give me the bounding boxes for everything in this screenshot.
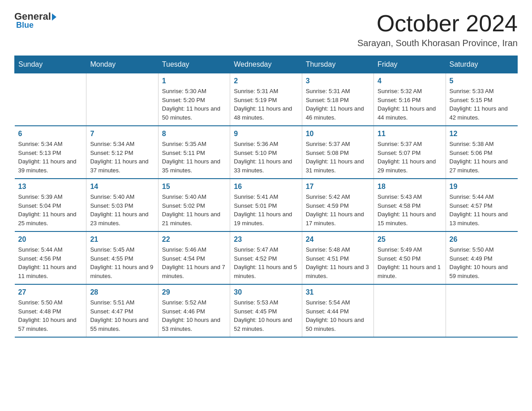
day-info: Sunrise: 5:33 AM Sunset: 5:15 PM Dayligh… [450, 87, 514, 122]
day-number: 7 [90, 130, 154, 138]
calendar-cell: 10 Sunrise: 5:37 AM Sunset: 5:08 PM Dayl… [302, 126, 373, 179]
day-number: 20 [18, 235, 83, 244]
calendar-cell [446, 284, 517, 337]
day-number: 6 [18, 130, 83, 138]
page-title: October 2024 [357, 11, 518, 36]
calendar-table: SundayMondayTuesdayWednesdayThursdayFrid… [14, 56, 518, 338]
day-info: Sunrise: 5:40 AM Sunset: 5:03 PM Dayligh… [90, 193, 154, 227]
day-info: Sunrise: 5:51 AM Sunset: 4:47 PM Dayligh… [90, 298, 154, 333]
calendar-cell: 2 Sunrise: 5:31 AM Sunset: 5:19 PM Dayli… [230, 73, 302, 126]
day-number: 3 [306, 77, 370, 85]
day-number: 1 [162, 77, 226, 85]
day-number: 17 [306, 183, 370, 191]
calendar-cell: 19 Sunrise: 5:44 AM Sunset: 4:57 PM Dayl… [446, 179, 517, 231]
calendar-cell: 8 Sunrise: 5:35 AM Sunset: 5:11 PM Dayli… [158, 126, 230, 179]
day-number: 31 [306, 288, 370, 296]
day-info: Sunrise: 5:52 AM Sunset: 4:46 PM Dayligh… [162, 298, 226, 333]
calendar-cell [374, 284, 446, 337]
day-info: Sunrise: 5:50 AM Sunset: 4:49 PM Dayligh… [450, 245, 514, 280]
weekday-header-saturday: Saturday [446, 56, 517, 73]
day-number: 30 [234, 288, 298, 296]
logo: General Blue [14, 11, 56, 30]
calendar-cell: 1 Sunrise: 5:30 AM Sunset: 5:20 PM Dayli… [158, 73, 230, 126]
calendar-cell: 23 Sunrise: 5:47 AM Sunset: 4:52 PM Dayl… [230, 231, 302, 284]
calendar-cell: 5 Sunrise: 5:33 AM Sunset: 5:15 PM Dayli… [446, 73, 517, 126]
day-info: Sunrise: 5:42 AM Sunset: 4:59 PM Dayligh… [306, 193, 370, 227]
calendar-cell: 26 Sunrise: 5:50 AM Sunset: 4:49 PM Dayl… [446, 231, 517, 284]
day-info: Sunrise: 5:37 AM Sunset: 5:07 PM Dayligh… [378, 140, 442, 175]
calendar-cell: 25 Sunrise: 5:49 AM Sunset: 4:50 PM Dayl… [374, 231, 446, 284]
day-number: 5 [450, 77, 514, 85]
calendar-week-row: 6 Sunrise: 5:34 AM Sunset: 5:13 PM Dayli… [15, 126, 518, 179]
calendar-week-row: 20 Sunrise: 5:44 AM Sunset: 4:56 PM Dayl… [15, 231, 518, 284]
calendar-cell: 12 Sunrise: 5:38 AM Sunset: 5:06 PM Dayl… [446, 126, 517, 179]
day-info: Sunrise: 5:37 AM Sunset: 5:08 PM Dayligh… [306, 140, 370, 175]
logo-arrow-icon [52, 13, 56, 21]
calendar-cell [15, 73, 86, 126]
calendar-cell: 16 Sunrise: 5:41 AM Sunset: 5:01 PM Dayl… [230, 179, 302, 231]
day-info: Sunrise: 5:36 AM Sunset: 5:10 PM Dayligh… [234, 140, 298, 175]
day-info: Sunrise: 5:34 AM Sunset: 5:13 PM Dayligh… [18, 140, 83, 175]
calendar-header-row: SundayMondayTuesdayWednesdayThursdayFrid… [15, 56, 518, 73]
calendar-week-row: 1 Sunrise: 5:30 AM Sunset: 5:20 PM Dayli… [15, 73, 518, 126]
day-number: 19 [450, 183, 514, 191]
page-subtitle: Sarayan, South Khorasan Province, Iran [357, 38, 518, 48]
day-info: Sunrise: 5:32 AM Sunset: 5:16 PM Dayligh… [378, 87, 442, 122]
calendar-cell: 31 Sunrise: 5:54 AM Sunset: 4:44 PM Dayl… [302, 284, 373, 337]
day-info: Sunrise: 5:43 AM Sunset: 4:58 PM Dayligh… [378, 193, 442, 227]
day-number: 25 [378, 235, 442, 244]
calendar-cell: 15 Sunrise: 5:40 AM Sunset: 5:02 PM Dayl… [158, 179, 230, 231]
calendar-cell: 14 Sunrise: 5:40 AM Sunset: 5:03 PM Dayl… [86, 179, 158, 231]
day-number: 22 [162, 235, 226, 244]
weekday-header-thursday: Thursday [302, 56, 373, 73]
day-info: Sunrise: 5:53 AM Sunset: 4:45 PM Dayligh… [234, 298, 298, 333]
calendar-cell: 18 Sunrise: 5:43 AM Sunset: 4:58 PM Dayl… [374, 179, 446, 231]
day-number: 12 [450, 130, 514, 138]
logo-blue: Blue [16, 21, 34, 30]
calendar-cell: 6 Sunrise: 5:34 AM Sunset: 5:13 PM Dayli… [15, 126, 86, 179]
day-number: 2 [234, 77, 298, 85]
day-info: Sunrise: 5:46 AM Sunset: 4:54 PM Dayligh… [162, 245, 226, 280]
day-number: 11 [378, 130, 442, 138]
calendar-cell: 21 Sunrise: 5:45 AM Sunset: 4:55 PM Dayl… [86, 231, 158, 284]
weekday-header-tuesday: Tuesday [158, 56, 230, 73]
day-info: Sunrise: 5:50 AM Sunset: 4:48 PM Dayligh… [18, 298, 83, 333]
weekday-header-sunday: Sunday [15, 56, 86, 73]
day-number: 26 [450, 235, 514, 244]
day-info: Sunrise: 5:45 AM Sunset: 4:55 PM Dayligh… [90, 245, 154, 280]
day-info: Sunrise: 5:41 AM Sunset: 5:01 PM Dayligh… [234, 193, 298, 227]
day-number: 23 [234, 235, 298, 244]
day-info: Sunrise: 5:40 AM Sunset: 5:02 PM Dayligh… [162, 193, 226, 227]
calendar-cell: 20 Sunrise: 5:44 AM Sunset: 4:56 PM Dayl… [15, 231, 86, 284]
day-info: Sunrise: 5:54 AM Sunset: 4:44 PM Dayligh… [306, 298, 370, 333]
calendar-cell: 29 Sunrise: 5:52 AM Sunset: 4:46 PM Dayl… [158, 284, 230, 337]
day-info: Sunrise: 5:34 AM Sunset: 5:12 PM Dayligh… [90, 140, 154, 175]
calendar-cell: 7 Sunrise: 5:34 AM Sunset: 5:12 PM Dayli… [86, 126, 158, 179]
day-number: 4 [378, 77, 442, 85]
day-number: 27 [18, 288, 83, 296]
title-block: October 2024 Sarayan, South Khorasan Pro… [357, 11, 518, 48]
day-number: 29 [162, 288, 226, 296]
day-number: 18 [378, 183, 442, 191]
day-info: Sunrise: 5:44 AM Sunset: 4:57 PM Dayligh… [450, 193, 514, 227]
day-info: Sunrise: 5:38 AM Sunset: 5:06 PM Dayligh… [450, 140, 514, 175]
calendar-cell: 30 Sunrise: 5:53 AM Sunset: 4:45 PM Dayl… [230, 284, 302, 337]
calendar-cell: 9 Sunrise: 5:36 AM Sunset: 5:10 PM Dayli… [230, 126, 302, 179]
day-number: 16 [234, 183, 298, 191]
day-number: 21 [90, 235, 154, 244]
day-number: 8 [162, 130, 226, 138]
day-number: 14 [90, 183, 154, 191]
calendar-cell: 17 Sunrise: 5:42 AM Sunset: 4:59 PM Dayl… [302, 179, 373, 231]
day-info: Sunrise: 5:48 AM Sunset: 4:51 PM Dayligh… [306, 245, 370, 280]
day-info: Sunrise: 5:47 AM Sunset: 4:52 PM Dayligh… [234, 245, 298, 280]
day-number: 10 [306, 130, 370, 138]
day-number: 9 [234, 130, 298, 138]
calendar-cell [86, 73, 158, 126]
calendar-cell: 11 Sunrise: 5:37 AM Sunset: 5:07 PM Dayl… [374, 126, 446, 179]
weekday-header-monday: Monday [86, 56, 158, 73]
day-info: Sunrise: 5:49 AM Sunset: 4:50 PM Dayligh… [378, 245, 442, 280]
day-number: 13 [18, 183, 83, 191]
day-info: Sunrise: 5:30 AM Sunset: 5:20 PM Dayligh… [162, 87, 226, 122]
weekday-header-friday: Friday [374, 56, 446, 73]
calendar-cell: 4 Sunrise: 5:32 AM Sunset: 5:16 PM Dayli… [374, 73, 446, 126]
